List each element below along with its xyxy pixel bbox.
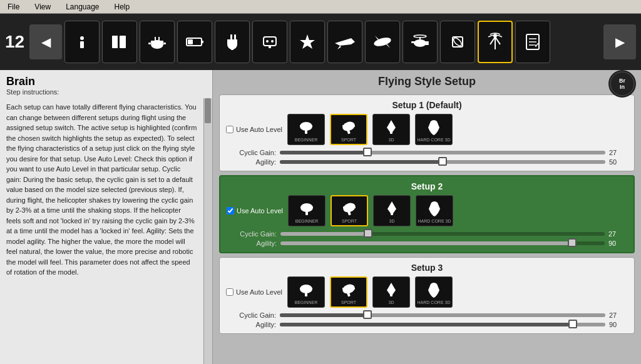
svg-point-27 (414, 35, 426, 38)
info-icon-btn[interactable] (64, 21, 100, 63)
star-icon-btn[interactable] (290, 21, 325, 63)
setup-1-agility-row: Agility: 50 (226, 158, 628, 166)
setup-1-3d[interactable]: 3D (372, 114, 410, 145)
setup-3-hardcore3d[interactable]: HARD CORE 3D (415, 276, 453, 308)
svg-rect-6 (151, 41, 163, 43)
setup-1-beginner[interactable]: BEGINNER (287, 114, 325, 145)
svg-rect-49 (305, 211, 308, 215)
right-setup-panel: Flying Style Setup Setup 1 (Default) Use… (213, 70, 641, 364)
scroll-thumb[interactable] (205, 98, 211, 123)
setup-3-agility-value: 90 (609, 321, 628, 328)
setup-2-auto-level[interactable]: Use Auto Level (227, 207, 283, 215)
plane-icon-btn[interactable] (365, 21, 400, 63)
antenna-icon-btn[interactable] (478, 21, 513, 63)
setup-1-cyclic-value: 27 (609, 149, 628, 156)
setup-1-title: Setup 1 (Default) (226, 100, 628, 110)
svg-rect-51 (310, 206, 313, 208)
pot-icon-btn[interactable] (140, 21, 175, 63)
left-header: Brain Step instructions: (0, 70, 212, 98)
setup-2-cyclic-label: Cyclic Gain: (227, 230, 277, 238)
menu-help[interactable]: Help (107, 1, 138, 13)
heli-icon-btn[interactable] (403, 21, 438, 63)
setup-2-agility-label: Agility: (227, 240, 277, 247)
setup-2-auto-level-checkbox[interactable] (227, 207, 234, 215)
setup-3-agility-slider[interactable] (280, 323, 605, 326)
setup-3-auto-level[interactable]: Use Auto Level (226, 288, 282, 296)
left-scrollbar[interactable] (203, 98, 212, 364)
setup-2-agility-row: Agility: 90 (227, 240, 627, 247)
svg-rect-60 (300, 288, 302, 290)
setup-2-sport[interactable]: SPORT (331, 195, 368, 226)
book-icon-btn[interactable] (102, 21, 137, 63)
setup-2-box: Setup 2 Use Auto Level BEGINNER SPORT 3D (219, 175, 635, 253)
setup-3-cyclic-label: Cyclic Gain: (226, 311, 276, 319)
gyro-icon-btn[interactable] (440, 21, 475, 63)
setup-3-sport[interactable]: SPORT (330, 276, 367, 308)
menu-bar: File View Language Help (0, 0, 641, 14)
next-button[interactable]: ▶ (603, 24, 636, 59)
setup-2-auto-level-text: Use Auto Level (237, 207, 283, 215)
setup-1-cyclic-slider[interactable] (280, 151, 605, 154)
svg-line-32 (495, 37, 500, 44)
svg-rect-14 (230, 34, 232, 39)
svg-rect-61 (310, 288, 312, 290)
setup-2-3d[interactable]: 3D (373, 195, 411, 226)
setup-3-cyclic-slider[interactable] (280, 313, 605, 317)
svg-rect-67 (433, 293, 435, 296)
setup-2-cyclic-row: Cyclic Gain: 27 (227, 230, 627, 238)
svg-point-33 (493, 34, 497, 38)
menu-language[interactable]: Language (58, 1, 106, 13)
setup-1-cyclic-label: Cyclic Gain: (226, 149, 276, 156)
svg-rect-41 (310, 125, 312, 127)
menu-view[interactable]: View (27, 1, 58, 13)
setup-2-cyclic-slider[interactable] (280, 232, 605, 236)
checklist-icon-btn[interactable] (515, 21, 550, 63)
battery-icon-btn[interactable] (177, 21, 212, 63)
setup-1-hardcore3d[interactable]: HARD CORE 3D (415, 114, 453, 145)
page-number: 12 (5, 32, 24, 52)
setup-2-beginner[interactable]: BEGINNER (288, 195, 326, 226)
left-instruction-panel: Brain Step instructions: Each setup can … (0, 70, 213, 364)
right-panel-title: Flying Style Setup (219, 75, 635, 88)
remote-icon-btn[interactable] (252, 21, 287, 63)
svg-rect-64 (342, 288, 345, 290)
setup-1-style-icons: Use Auto Level BEGINNER SPORT 3D (226, 114, 628, 145)
svg-rect-12 (202, 41, 203, 43)
setup-2-style-icons: Use Auto Level BEGINNER SPORT 3D HARD CO… (227, 195, 627, 226)
setup-1-auto-level[interactable]: Use Auto Level (226, 126, 282, 133)
setup-3-style-icons: Use Auto Level BEGINNER SPORT 3D HARD CO… (226, 276, 628, 308)
svg-rect-65 (352, 288, 355, 290)
svg-rect-1 (80, 41, 84, 48)
svg-point-18 (266, 40, 269, 43)
svg-rect-46 (390, 130, 392, 134)
svg-rect-59 (305, 293, 307, 296)
setup-3-box: Setup 3 Use Auto Level BEGINNER SPORT 3D (219, 257, 635, 334)
svg-rect-8 (163, 43, 166, 44)
svg-point-19 (271, 40, 274, 43)
prev-button[interactable]: ◀ (29, 24, 62, 59)
setup-1-auto-level-checkbox[interactable] (226, 126, 233, 133)
jet-icon-btn[interactable] (327, 21, 362, 63)
setup-3-beginner[interactable]: BEGINNER (287, 276, 325, 308)
setup-2-hardcore3d[interactable]: HARD CORE 3D (416, 195, 453, 226)
setup-3-title: Setup 3 (226, 263, 628, 273)
setup-3-3d[interactable]: 3D (372, 276, 410, 308)
plug-icon-btn[interactable] (215, 21, 250, 63)
setup-1-agility-value: 50 (609, 158, 628, 166)
svg-rect-24 (411, 41, 429, 43)
setup-3-auto-level-text: Use Auto Level (236, 288, 282, 296)
svg-line-31 (490, 37, 495, 44)
svg-rect-10 (158, 37, 160, 41)
setup-1-sport[interactable]: SPORT (330, 114, 367, 145)
setup-3-agility-label: Agility: (226, 321, 276, 328)
setup-1-agility-label: Agility: (226, 158, 276, 166)
menu-file[interactable]: File (0, 1, 27, 13)
setup-2-agility-slider[interactable] (280, 241, 605, 245)
setup-3-auto-level-checkbox[interactable] (226, 288, 233, 296)
svg-rect-56 (391, 211, 393, 215)
svg-rect-7 (148, 43, 151, 44)
setup-1-agility-slider[interactable] (280, 160, 605, 164)
svg-rect-3 (120, 36, 126, 48)
setup-2-cyclic-value: 27 (608, 230, 627, 238)
setup-1-box: Setup 1 (Default) Use Auto Level BEGINNE… (219, 94, 635, 171)
